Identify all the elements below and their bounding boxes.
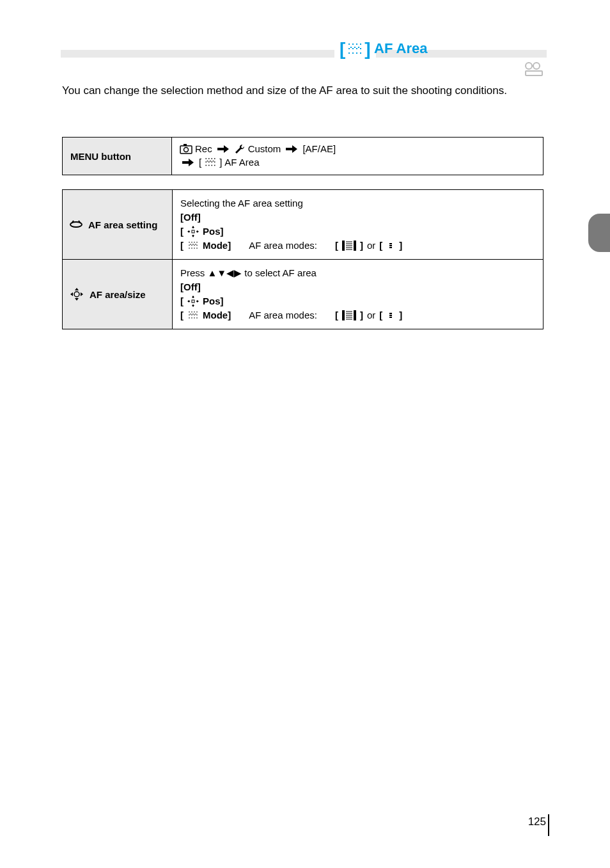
- section-header-icon-group: [ ]: [334, 40, 376, 58]
- bracket-close: ]: [364, 40, 370, 58]
- mode-option: Mode]: [203, 308, 231, 322]
- joystick-icon: [187, 226, 199, 237]
- svg-point-19: [184, 147, 189, 152]
- svg-rect-73: [194, 315, 194, 315]
- svg-rect-30: [212, 161, 213, 162]
- svg-rect-50: [194, 248, 194, 248]
- row-label: AF area/size: [90, 289, 146, 300]
- row-af-setting-body: Selecting the AF area setting [Off] [ Po…: [173, 190, 543, 259]
- off-option: [Off]: [180, 212, 201, 223]
- svg-rect-13: [356, 52, 357, 54]
- af-area-icon: [187, 241, 199, 251]
- svg-rect-72: [191, 315, 192, 315]
- af-area-icon: [204, 157, 217, 168]
- svg-rect-86: [389, 313, 392, 314]
- svg-rect-61: [389, 247, 392, 248]
- svg-rect-37: [189, 242, 189, 242]
- svg-rect-87: [389, 315, 392, 316]
- svg-rect-48: [189, 248, 189, 248]
- svg-rect-63: [192, 300, 194, 303]
- svg-point-16: [533, 63, 540, 69]
- svg-rect-34: [212, 164, 213, 166]
- svg-rect-40: [196, 242, 197, 242]
- svg-rect-49: [191, 248, 192, 248]
- rec-label: Rec: [195, 142, 212, 155]
- svg-rect-60: [389, 245, 392, 246]
- svg-rect-74: [196, 315, 197, 315]
- svg-rect-46: [194, 245, 194, 246]
- svg-rect-6: [354, 47, 356, 48]
- svg-rect-79: [342, 310, 345, 320]
- page-number: 125: [528, 816, 546, 828]
- mode-option: Mode]: [203, 239, 231, 253]
- af-area-icon: [187, 310, 199, 320]
- svg-rect-17: [526, 71, 542, 75]
- svg-rect-26: [207, 161, 208, 162]
- modes-label: AF area modes:: [249, 239, 317, 253]
- joystick-icon: [187, 296, 199, 307]
- svg-rect-22: [208, 158, 210, 159]
- svg-rect-11: [348, 52, 350, 54]
- svg-rect-67: [196, 312, 197, 312]
- svg-rect-51: [196, 248, 197, 248]
- svg-rect-42: [190, 244, 191, 244]
- or-text: or: [367, 308, 375, 322]
- svg-rect-80: [354, 310, 356, 320]
- single-af-icon: [386, 311, 395, 320]
- svg-rect-53: [354, 241, 356, 251]
- svg-rect-9: [356, 48, 357, 49]
- svg-rect-45: [191, 245, 192, 246]
- svg-rect-70: [192, 313, 193, 314]
- menu-button-label: MENU button: [62, 138, 172, 175]
- svg-rect-44: [195, 244, 196, 244]
- svg-point-15: [526, 63, 532, 69]
- svg-rect-76: [191, 317, 192, 318]
- svg-rect-24: [214, 158, 215, 159]
- svg-rect-2: [356, 43, 357, 45]
- pos-option: Pos]: [203, 225, 224, 239]
- af-area-label: AF Area: [224, 155, 259, 169]
- svg-rect-71: [195, 313, 196, 314]
- modes-label: AF area modes:: [249, 308, 317, 322]
- row-af-setting-header: AF area setting: [63, 190, 173, 259]
- svg-rect-20: [184, 144, 187, 146]
- svg-rect-66: [194, 312, 194, 312]
- bracket-open: [: [340, 40, 345, 58]
- dial-icon: [69, 219, 83, 230]
- menu-navigation-row: MENU button Rec Custom [AF/AE] [ ] AF Ar…: [62, 137, 544, 175]
- arrow-right-icon: [182, 159, 194, 166]
- svg-rect-59: [389, 243, 392, 244]
- svg-rect-3: [360, 43, 361, 45]
- svg-rect-14: [360, 52, 361, 54]
- pos-option: Pos]: [203, 294, 224, 308]
- table-row: AF area setting Selecting the AF area se…: [62, 189, 544, 259]
- intro-text: You can change the selection method and …: [62, 83, 544, 98]
- footer-rule: [548, 814, 549, 836]
- arrow-right-icon: [217, 145, 229, 153]
- section-divider-bar: [61, 50, 547, 58]
- svg-rect-31: [214, 161, 215, 162]
- svg-rect-21: [206, 158, 207, 159]
- menu-navigation-path: Rec Custom [AF/AE] [ ] AF Area: [172, 138, 543, 175]
- bracket-open: [: [199, 155, 201, 169]
- svg-rect-68: [189, 315, 189, 315]
- section-title: AF Area: [374, 40, 428, 57]
- svg-rect-25: [206, 161, 207, 162]
- svg-rect-32: [206, 164, 207, 166]
- single-af-icon: [386, 241, 395, 250]
- svg-rect-28: [213, 161, 214, 162]
- camera-icon: [180, 144, 192, 154]
- svg-rect-33: [208, 164, 210, 166]
- side-tab: [588, 214, 610, 252]
- svg-rect-0: [348, 43, 350, 45]
- row-label: AF area setting: [88, 219, 157, 230]
- svg-rect-77: [194, 317, 194, 318]
- svg-rect-36: [192, 230, 194, 233]
- svg-rect-43: [192, 244, 193, 244]
- svg-rect-1: [352, 43, 354, 45]
- svg-rect-75: [189, 317, 189, 318]
- svg-rect-29: [208, 161, 210, 162]
- svg-rect-8: [352, 48, 354, 49]
- topic-text: Selecting the AF area setting: [180, 196, 535, 210]
- svg-rect-12: [352, 52, 354, 54]
